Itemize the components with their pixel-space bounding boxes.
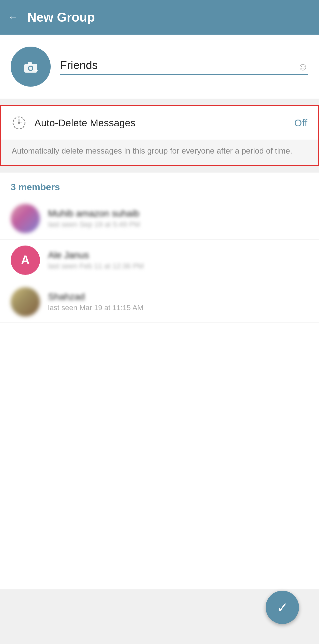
profile-section: + ☺: [0, 35, 319, 99]
list-item[interactable]: Shahzad last seen Mar 19 at 11:15 AM: [0, 281, 319, 323]
member-name: Ale Janus: [48, 250, 308, 261]
avatar: A: [11, 246, 40, 275]
list-item[interactable]: Muhib amazon suhaib last seen Sep 19 at …: [0, 198, 319, 240]
member-status: last seen Mar 19 at 11:15 AM: [48, 304, 308, 312]
list-item[interactable]: A Ale Janus last seen Feb 11 at 12:36 PM: [0, 240, 319, 281]
svg-text:+: +: [34, 67, 38, 74]
checkmark-icon: ✓: [277, 599, 288, 616]
member-info: Ale Janus last seen Feb 11 at 12:36 PM: [48, 250, 308, 271]
auto-delete-section: Auto-Delete Messages Off Automatically d…: [0, 105, 319, 166]
members-section: 3 members Muhib amazon suhaib last seen …: [0, 173, 319, 323]
camera-icon: +: [22, 59, 39, 74]
member-name: Muhib amazon suhaib: [48, 208, 308, 219]
svg-rect-3: [28, 62, 32, 65]
auto-delete-label: Auto-Delete Messages: [34, 117, 286, 129]
confirm-fab-button[interactable]: ✓: [266, 591, 299, 624]
back-button[interactable]: ←: [8, 12, 18, 23]
member-name: Shahzad: [48, 292, 308, 302]
member-info: Shahzad last seen Mar 19 at 11:15 AM: [48, 292, 308, 312]
members-count-label: 3 members: [0, 173, 319, 198]
avatar: [11, 287, 40, 317]
group-name-input-wrapper: ☺: [60, 59, 308, 75]
avatar: [11, 204, 40, 233]
empty-space: [0, 323, 319, 589]
section-divider-1: [0, 99, 319, 105]
auto-delete-value: Off: [294, 117, 307, 129]
svg-point-2: [29, 67, 32, 70]
member-info: Muhib amazon suhaib last seen Sep 19 at …: [48, 208, 308, 229]
auto-delete-icon: [12, 116, 26, 130]
group-name-input[interactable]: [60, 59, 308, 75]
member-status: last seen Feb 11 at 12:36 PM: [48, 262, 308, 271]
emoji-button[interactable]: ☺: [297, 61, 308, 73]
auto-delete-row[interactable]: Auto-Delete Messages Off: [1, 106, 318, 140]
member-status: last seen Sep 19 at 5:49 PM: [48, 220, 308, 229]
avatar-upload-button[interactable]: +: [11, 47, 51, 87]
app-header: ← New Group: [0, 0, 319, 35]
page-title: New Group: [27, 10, 95, 25]
auto-delete-description: Automatically delete messages in this gr…: [1, 140, 318, 165]
